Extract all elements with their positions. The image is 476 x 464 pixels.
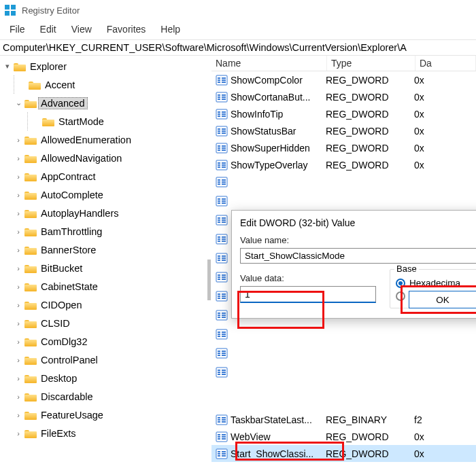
tree-item[interactable]: CIDOpen xyxy=(38,299,84,311)
address-bar[interactable]: Computer\HKEY_CURRENT_USER\Software\Micr… xyxy=(0,40,476,56)
svg-rect-10 xyxy=(222,82,226,83)
chevron-right-icon[interactable]: › xyxy=(14,319,23,328)
tree-item[interactable]: Desktop xyxy=(38,372,80,385)
menubar: File Edit View Favorites Help xyxy=(0,20,476,40)
svg-rect-31 xyxy=(222,132,226,134)
list-row[interactable]: ShowSuperHiddenREG_DWORD0x xyxy=(211,139,476,156)
tree-item-advanced[interactable]: Advanced xyxy=(38,97,88,109)
svg-rect-42 xyxy=(218,166,220,168)
svg-rect-61 xyxy=(218,217,220,219)
svg-rect-45 xyxy=(222,166,226,168)
list-row[interactable]: ShowStatusBarREG_DWORD0x xyxy=(211,122,476,139)
chevron-right-icon[interactable]: › xyxy=(14,410,23,420)
tree-item[interactable]: CabinetState xyxy=(38,281,101,293)
svg-rect-90 xyxy=(218,296,220,297)
scrollbar-thumb[interactable] xyxy=(207,260,211,300)
chevron-right-icon[interactable]: › xyxy=(14,154,23,163)
valuename-field[interactable]: Start_ShowClassicMode xyxy=(240,248,476,264)
edit-dword-dialog: Edit DWORD (32-bit) Value Value name: St… xyxy=(231,210,476,319)
svg-rect-50 xyxy=(222,179,226,181)
chevron-right-icon[interactable]: › xyxy=(14,355,23,365)
menu-help[interactable]: Help xyxy=(154,22,187,37)
tree-item-accent[interactable]: Accent xyxy=(42,79,78,91)
tree-item[interactable]: Discardable xyxy=(38,391,96,403)
chevron-right-icon[interactable]: › xyxy=(14,337,23,346)
radio-on-icon xyxy=(396,279,405,288)
menu-edit[interactable]: Edit xyxy=(33,22,63,37)
svg-rect-118 xyxy=(218,372,220,373)
tree-item[interactable]: FileExts xyxy=(38,427,79,440)
chevron-right-icon[interactable]: › xyxy=(14,209,23,218)
svg-rect-44 xyxy=(222,164,226,166)
dword-icon xyxy=(216,431,228,443)
svg-rect-105 xyxy=(218,336,220,337)
chevron-down-icon[interactable]: ▾ xyxy=(3,62,12,71)
svg-rect-16 xyxy=(222,96,226,98)
tree-item-explorer[interactable]: Explorer xyxy=(27,60,69,73)
tree-item[interactable]: AppContract xyxy=(38,171,99,183)
svg-rect-108 xyxy=(222,336,226,337)
chevron-right-icon[interactable]: › xyxy=(14,245,23,255)
chevron-right-icon[interactable]: › xyxy=(14,392,23,401)
tree-item[interactable]: AllowedNavigation xyxy=(38,152,124,164)
tree-item[interactable]: CLSID xyxy=(38,317,73,329)
tree-item[interactable]: ComDlg32 xyxy=(38,336,90,348)
menu-file[interactable]: File xyxy=(3,22,32,37)
svg-rect-22 xyxy=(222,111,226,113)
list-row[interactable]: ShowTypeOverlayREG_DWORD0x xyxy=(211,156,476,173)
svg-rect-132 xyxy=(218,436,220,438)
svg-rect-13 xyxy=(218,96,220,98)
list-row-selected[interactable]: Start_ShowClassi...REG_DWORD0x xyxy=(211,445,476,462)
svg-rect-86 xyxy=(222,276,226,278)
tree-item[interactable]: AutoplayHandlers xyxy=(38,207,121,219)
tree-pane[interactable]: ▾ Explorer Accent ⌄ Advanced StartMode ›… xyxy=(0,56,207,464)
col-type[interactable]: Type xyxy=(327,56,415,71)
list-row[interactable]: ShowCortanaBut...REG_DWORD0x xyxy=(211,88,476,105)
folder-icon xyxy=(24,99,37,108)
row-data: 0x xyxy=(414,75,476,86)
tree-item[interactable]: BamThrottling xyxy=(38,226,105,238)
valuedata-input[interactable] xyxy=(240,286,376,303)
chevron-right-icon[interactable]: › xyxy=(14,282,23,291)
svg-rect-33 xyxy=(218,145,220,147)
list-row[interactable]: WebViewREG_DWORD0x xyxy=(211,428,476,445)
row-type: REG_DWORD xyxy=(326,109,414,120)
svg-rect-94 xyxy=(222,298,226,299)
radio-hex[interactable]: Hexadecima xyxy=(396,278,475,288)
chevron-right-icon[interactable]: › xyxy=(14,172,23,181)
list-row[interactable]: TaskbarStateLast...REG_BINARYf2 xyxy=(211,411,476,428)
col-data[interactable]: Da xyxy=(415,56,476,71)
chevron-right-icon[interactable]: › xyxy=(14,135,23,145)
list-row[interactable]: ShowInfoTipREG_DWORD0x xyxy=(211,105,476,122)
svg-rect-21 xyxy=(218,115,220,117)
tree-item-startmode[interactable]: StartMode xyxy=(56,115,107,128)
svg-rect-89 xyxy=(218,293,220,295)
chevron-right-icon[interactable]: › xyxy=(14,300,23,310)
svg-rect-100 xyxy=(222,315,226,316)
menu-favorites[interactable]: Favorites xyxy=(100,22,153,37)
chevron-right-icon[interactable]: › xyxy=(14,264,23,273)
tree-item[interactable]: FeatureUsage xyxy=(38,409,106,421)
ok-button[interactable]: OK xyxy=(409,291,476,308)
svg-rect-68 xyxy=(218,236,220,238)
svg-rect-126 xyxy=(218,421,220,423)
tree-item[interactable]: AutoComplete xyxy=(38,189,106,201)
chevron-down-icon[interactable]: ⌄ xyxy=(14,99,23,108)
chevron-right-icon[interactable]: › xyxy=(14,190,23,200)
tree-item[interactable]: BannerStore xyxy=(38,244,99,256)
row-data: 0x xyxy=(414,109,476,120)
folder-icon xyxy=(24,410,37,420)
col-name[interactable]: Name xyxy=(211,56,327,71)
chevron-right-icon[interactable]: › xyxy=(14,227,23,236)
svg-rect-101 xyxy=(222,317,226,318)
chevron-right-icon[interactable]: › xyxy=(14,374,23,383)
tree-item[interactable]: AllowedEnumeration xyxy=(38,134,134,146)
menu-view[interactable]: View xyxy=(65,22,99,37)
dword-icon xyxy=(216,159,228,171)
list-row[interactable]: ShowCompColorREG_DWORD0x xyxy=(211,71,476,88)
svg-rect-82 xyxy=(218,274,220,276)
app-icon xyxy=(4,4,16,16)
chevron-right-icon[interactable]: › xyxy=(14,429,23,438)
tree-item[interactable]: BitBucket xyxy=(38,262,85,274)
tree-item[interactable]: ControlPanel xyxy=(38,354,101,366)
